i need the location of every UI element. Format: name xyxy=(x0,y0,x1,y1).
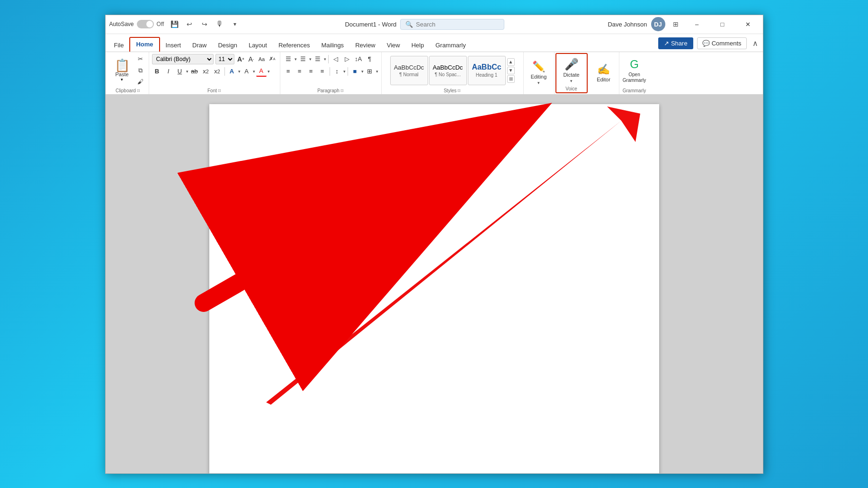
show-hide-button[interactable]: ¶ xyxy=(365,54,375,64)
font-name-select[interactable]: Calibri (Body) xyxy=(152,54,214,64)
font-size-select[interactable]: 11 xyxy=(215,54,234,64)
ribbon: 📋 Paste ▾ ✂ ⧉ 🖌 Clipboard ⊡ C xyxy=(106,52,763,95)
collapse-ribbon-button[interactable]: ∧ xyxy=(751,37,760,50)
grammarly-group-label: Grammarly xyxy=(622,87,647,93)
search-box[interactable]: 🔍 xyxy=(400,19,504,30)
tab-help[interactable]: Help xyxy=(406,39,430,52)
tab-mailings[interactable]: Mailings xyxy=(315,39,349,52)
format-painter-button[interactable]: 🖌 xyxy=(135,77,146,87)
document-page[interactable] xyxy=(209,104,659,473)
autosave-area: AutoSave Off xyxy=(109,20,164,28)
maximize-button[interactable]: □ xyxy=(712,17,734,31)
styles-scroll-up[interactable]: ▲ xyxy=(507,58,515,66)
style-heading1[interactable]: AaBbCc Heading 1 xyxy=(468,56,506,85)
borders-button[interactable]: ⊞ xyxy=(365,66,375,77)
bullets-dropdown[interactable]: ▾ xyxy=(295,57,297,62)
line-spacing-dropdown[interactable]: ▾ xyxy=(343,69,346,74)
borders-dropdown[interactable]: ▾ xyxy=(376,69,378,74)
layout-icon[interactable]: ⊞ xyxy=(669,18,682,31)
share-icon: ↗ xyxy=(664,40,669,47)
align-left-button[interactable]: ≡ xyxy=(283,66,294,77)
text-effects-button[interactable]: A xyxy=(227,66,237,77)
numbering-button[interactable]: ☰ xyxy=(298,54,308,64)
highlight-dropdown[interactable]: ▾ xyxy=(253,69,255,74)
multilevel-list-button[interactable]: ☰ xyxy=(313,54,323,64)
speech-icon[interactable]: 🎙 xyxy=(213,18,226,31)
align-right-button[interactable]: ≡ xyxy=(306,66,316,77)
dictate-button[interactable]: 🎤 Dictate ▾ xyxy=(559,56,584,85)
customize-icon[interactable]: ▾ xyxy=(228,18,242,31)
comments-button[interactable]: 💬 Comments xyxy=(697,37,747,49)
tab-review[interactable]: Review xyxy=(349,39,381,52)
cut-button[interactable]: ✂ xyxy=(135,54,146,64)
numbering-dropdown[interactable]: ▾ xyxy=(309,57,312,62)
line-spacing-button[interactable]: ↕ xyxy=(332,66,342,77)
font-expand-icon[interactable]: ⊡ xyxy=(218,89,221,93)
decrease-font-size-button[interactable]: A- xyxy=(247,54,256,64)
styles-expand[interactable]: ⊞ xyxy=(507,75,515,83)
font-size-buttons: A+ A- Aa ✗A xyxy=(236,54,277,64)
styles-expand-icon[interactable]: ⊡ xyxy=(457,89,461,93)
bold-button[interactable]: B xyxy=(152,66,162,77)
dictate-dropdown-icon[interactable]: ▾ xyxy=(570,79,573,83)
bullets-button[interactable]: ☰ xyxy=(283,54,294,64)
separator2 xyxy=(328,55,329,63)
clipboard-expand-icon[interactable]: ⊡ xyxy=(137,89,140,93)
tab-layout[interactable]: Layout xyxy=(243,39,273,52)
style-normal[interactable]: AaBbCcDc ¶ Normal xyxy=(390,56,428,85)
subscript-button[interactable]: x2 xyxy=(201,66,211,77)
editor-group-label xyxy=(591,92,616,93)
paste-button[interactable]: 📋 Paste ▾ xyxy=(110,57,134,84)
tab-grammarly[interactable]: Grammarly xyxy=(430,39,471,52)
text-effects-dropdown[interactable]: ▾ xyxy=(238,69,241,74)
styles-scroll-down[interactable]: ▼ xyxy=(507,67,515,74)
redo-icon[interactable]: ↪ xyxy=(198,18,211,31)
shading-dropdown[interactable]: ▾ xyxy=(361,69,364,74)
undo-icon[interactable]: ↩ xyxy=(183,18,196,31)
font-selector-row: Calibri (Body) 11 A+ A- Aa ✗A xyxy=(152,54,277,64)
open-grammarly-button[interactable]: G OpenGrammarly xyxy=(622,56,647,85)
editor-button[interactable]: ✍️ Editor xyxy=(591,62,616,84)
increase-indent-button[interactable]: ▷ xyxy=(342,54,352,64)
minimize-button[interactable]: – xyxy=(686,17,708,31)
tab-references[interactable]: References xyxy=(273,39,315,52)
style-no-space[interactable]: AaBbCcDc ¶ No Spac... xyxy=(429,56,467,85)
paragraph-expand-icon[interactable]: ⊡ xyxy=(340,89,344,93)
tab-home[interactable]: Home xyxy=(129,37,160,52)
strikethrough-button[interactable]: ab xyxy=(189,66,200,77)
style-normal-label: ¶ Normal xyxy=(399,72,418,77)
highlight-button[interactable]: A xyxy=(242,66,252,77)
increase-font-size-button[interactable]: A+ xyxy=(236,54,246,64)
justify-button[interactable]: ≡ xyxy=(317,66,328,77)
decrease-indent-button[interactable]: ◁ xyxy=(331,54,341,64)
align-center-button[interactable]: ≡ xyxy=(295,66,305,77)
shading-button[interactable]: ■ xyxy=(350,66,360,77)
share-button[interactable]: ↗ Share xyxy=(658,37,693,49)
tab-file[interactable]: File xyxy=(108,39,130,52)
italic-button[interactable]: I xyxy=(163,66,174,77)
underline-dropdown-icon[interactable]: ▾ xyxy=(186,69,188,74)
close-button[interactable]: ✕ xyxy=(737,17,759,31)
editing-button[interactable]: ✏️ Editing ▾ xyxy=(527,59,551,87)
underline-button[interactable]: U xyxy=(175,66,185,77)
copy-button[interactable]: ⧉ xyxy=(135,65,146,76)
save-icon[interactable]: 💾 xyxy=(168,18,181,31)
autosave-toggle[interactable] xyxy=(137,20,154,28)
clear-formatting-button[interactable]: ✗A xyxy=(268,54,277,64)
tab-view[interactable]: View xyxy=(381,39,406,52)
tab-insert[interactable]: Insert xyxy=(160,39,187,52)
font-color-dropdown[interactable]: ▾ xyxy=(268,69,270,74)
search-input[interactable] xyxy=(416,21,496,28)
font-group: Calibri (Body) 11 A+ A- Aa ✗A B I U xyxy=(149,52,280,94)
multilevel-dropdown[interactable]: ▾ xyxy=(324,57,326,62)
paragraph-group: ☰ ▾ ☰ ▾ ☰ ▾ ◁ ▷ ↕A ¶ ≡ ≡ ≡ ≡ xyxy=(280,52,382,94)
tab-draw[interactable]: Draw xyxy=(187,39,212,52)
sort-button[interactable]: ↕A xyxy=(353,54,364,64)
superscript-button[interactable]: x2 xyxy=(212,66,223,77)
font-color-button[interactable]: A xyxy=(256,66,267,77)
document-area[interactable] xyxy=(106,95,763,473)
tab-design[interactable]: Design xyxy=(212,39,242,52)
editing-dropdown-icon[interactable]: ▾ xyxy=(537,80,540,85)
change-case-button[interactable]: Aa xyxy=(257,54,267,64)
grammarly-label: OpenGrammarly xyxy=(623,72,646,83)
